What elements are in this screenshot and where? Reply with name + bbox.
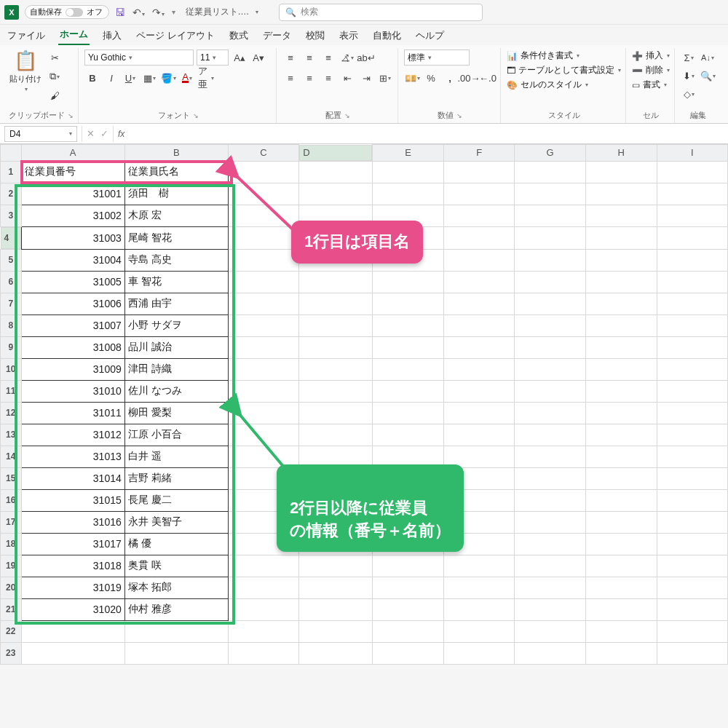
cell[interactable] [585, 271, 657, 293]
cell[interactable] [515, 511, 586, 533]
cut-icon[interactable]: ✂ [47, 50, 63, 66]
autosum-icon[interactable]: Σ▾ [681, 50, 697, 66]
column-header-G[interactable]: G [515, 145, 586, 162]
cell[interactable] [228, 271, 299, 293]
cell[interactable] [657, 555, 727, 577]
decrease-decimal-icon[interactable]: ←.0 [480, 70, 496, 86]
cell[interactable]: 小野 サダヲ [124, 314, 228, 336]
cell[interactable] [299, 577, 373, 598]
cell[interactable] [443, 642, 515, 664]
cell[interactable] [228, 336, 299, 358]
cell[interactable]: 仲村 雅彦 [124, 598, 228, 620]
column-header-B[interactable]: B [124, 145, 228, 162]
cell[interactable] [299, 314, 373, 336]
cell[interactable]: 31010 [21, 380, 124, 402]
autosave-toggle[interactable]: 自動保存 オフ [25, 5, 109, 19]
tab-data[interactable]: データ [261, 26, 293, 45]
cell[interactable] [657, 358, 727, 380]
cell[interactable]: 31014 [21, 467, 124, 489]
row-header-2[interactable]: 2 [1, 183, 22, 205]
cell[interactable] [228, 598, 299, 620]
decrease-font-icon[interactable]: A▾ [250, 50, 266, 66]
align-bottom-icon[interactable]: ≡ [320, 50, 336, 66]
cell[interactable] [585, 205, 657, 226]
cell[interactable]: 佐川 なつみ [124, 380, 228, 402]
cell[interactable] [515, 402, 586, 424]
cell[interactable] [515, 161, 586, 183]
cell[interactable]: 従業員番号 [21, 161, 124, 183]
cell[interactable] [443, 336, 515, 358]
column-header-D[interactable]: D [299, 145, 372, 161]
phonetic-icon[interactable]: ア亜▾ [198, 70, 214, 86]
cell[interactable] [228, 577, 299, 598]
cell[interactable] [657, 489, 727, 511]
fx-icon[interactable]: fx [114, 129, 129, 139]
cell[interactable] [443, 380, 515, 402]
cell[interactable] [443, 183, 515, 205]
cell[interactable] [373, 183, 444, 205]
cell[interactable] [299, 555, 373, 577]
cell[interactable] [657, 314, 727, 336]
cell[interactable] [299, 161, 373, 183]
cell[interactable] [585, 380, 657, 402]
qat-dropdown-icon[interactable]: ▾ [172, 8, 175, 16]
cell[interactable]: 尾崎 智花 [124, 226, 228, 249]
cell[interactable]: 橘 優 [124, 533, 228, 555]
cell[interactable] [657, 380, 727, 402]
cell[interactable] [585, 642, 657, 664]
column-header-I[interactable]: I [657, 145, 727, 162]
cell[interactable] [515, 358, 586, 380]
align-right-icon[interactable]: ≡ [320, 70, 336, 86]
cell[interactable] [515, 380, 586, 402]
italic-icon[interactable]: I [103, 70, 119, 86]
row-header-21[interactable]: 21 [1, 598, 22, 620]
cell[interactable] [124, 642, 228, 664]
cell[interactable] [228, 620, 299, 642]
cell[interactable] [443, 293, 515, 314]
cell[interactable] [515, 598, 586, 620]
cell[interactable] [585, 183, 657, 205]
cell[interactable]: 31005 [21, 271, 124, 293]
align-middle-icon[interactable]: ≡ [301, 50, 317, 66]
cell[interactable] [299, 598, 373, 620]
cell[interactable] [373, 293, 444, 314]
cell[interactable] [657, 642, 727, 664]
cell[interactable] [515, 271, 586, 293]
cell[interactable]: 白井 遥 [124, 446, 228, 467]
cancel-icon[interactable]: ✕ [87, 128, 95, 139]
underline-icon[interactable]: U▾ [122, 70, 138, 86]
cell[interactable] [515, 467, 586, 489]
decrease-indent-icon[interactable]: ⇤ [339, 70, 355, 86]
cell[interactable] [585, 424, 657, 446]
tab-page-layout[interactable]: ページ レイアウト [135, 26, 216, 45]
cell[interactable] [585, 161, 657, 183]
launcher-icon[interactable]: ↘ [344, 112, 350, 119]
cell[interactable] [21, 642, 124, 664]
cell[interactable]: 31013 [21, 446, 124, 467]
cell[interactable] [299, 336, 373, 358]
cell[interactable]: 31019 [21, 577, 124, 598]
cell[interactable] [515, 489, 586, 511]
cell[interactable] [373, 271, 444, 293]
cell[interactable] [657, 249, 727, 271]
cell[interactable]: 柳田 愛梨 [124, 402, 228, 424]
cell[interactable]: 31003 [21, 226, 124, 249]
cell[interactable] [443, 205, 515, 226]
format-painter-icon[interactable]: 🖌 [47, 87, 63, 103]
cell[interactable] [299, 380, 373, 402]
cell[interactable] [443, 402, 515, 424]
cell[interactable] [373, 380, 444, 402]
cell[interactable] [443, 226, 515, 249]
row-header-11[interactable]: 11 [1, 380, 22, 402]
cell[interactable] [373, 358, 444, 380]
cell[interactable] [228, 642, 299, 664]
row-header-12[interactable]: 12 [1, 402, 22, 424]
cell[interactable] [585, 336, 657, 358]
row-header-6[interactable]: 6 [1, 271, 22, 293]
cell[interactable] [228, 249, 299, 271]
enter-icon[interactable]: ✓ [100, 128, 108, 139]
cell[interactable] [515, 424, 586, 446]
cell[interactable] [515, 533, 586, 555]
row-header-8[interactable]: 8 [1, 314, 22, 336]
cell[interactable]: 永井 美智子 [124, 511, 228, 533]
